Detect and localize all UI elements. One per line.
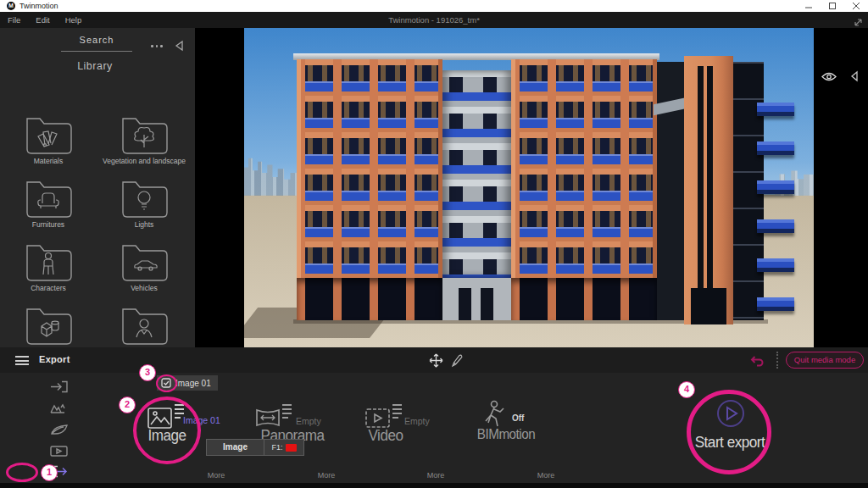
folder-icon: [27, 309, 71, 344]
tower-storefront: [691, 288, 726, 324]
annotation-ring-image: [133, 396, 201, 464]
folder-icon: [123, 119, 167, 153]
folder-vegetation[interactable]: Vegetation and landscape: [97, 111, 191, 165]
folder-materials[interactable]: Materials: [2, 111, 95, 165]
red-color-swatch[interactable]: [286, 444, 297, 452]
tree-icon: [135, 128, 154, 148]
export-video-status: Empty: [404, 416, 430, 426]
folder-lights[interactable]: Lights: [97, 175, 191, 229]
format-label[interactable]: Image: [207, 440, 264, 455]
entry-door: [459, 288, 471, 320]
armchair-icon: [38, 193, 58, 208]
app-title: Twinmotion: [19, 2, 58, 10]
divider-dotted: [776, 352, 778, 369]
materials-fan-icon: [38, 131, 57, 147]
library-title: Library: [0, 60, 190, 72]
folder-icon: [123, 182, 167, 217]
twinmotion-window: M Twinmotion Twinmotion - 191026_tm* Fil…: [0, 0, 868, 488]
person-icon: [43, 253, 53, 275]
folder-vehicles[interactable]: Vehicles: [97, 238, 191, 292]
twinmotion-logo-icon: M: [7, 2, 15, 10]
menu-edit[interactable]: Edit: [28, 12, 57, 28]
quit-media-mode-button[interactable]: Quit media mode: [786, 352, 864, 369]
folder-furnitures[interactable]: Furnitures: [2, 175, 95, 229]
hamburger-menu-icon[interactable]: [15, 356, 29, 368]
library-collapse-icon[interactable]: [174, 40, 184, 55]
export-bimmotion-label[interactable]: BIMmotion: [462, 427, 551, 442]
terrain-icon[interactable]: [49, 402, 75, 420]
move-tool-icon[interactable]: [429, 353, 443, 371]
export-bimmotion-status: Off: [512, 413, 524, 423]
document-title: Twinmotion - 191026_tm*: [0, 15, 868, 25]
search-input[interactable]: Search: [61, 35, 132, 52]
export-panel-title: Export: [39, 354, 70, 364]
folder-icon: [123, 246, 167, 280]
entry-door: [481, 288, 493, 320]
annotation-step-4: 4: [678, 381, 695, 398]
menu-file[interactable]: File: [0, 12, 28, 28]
annotation-step-1: 1: [41, 464, 58, 481]
annotation-ring-start-export: [687, 390, 771, 474]
more-panorama[interactable]: More: [301, 471, 352, 480]
media-icon[interactable]: [49, 444, 75, 463]
export-video-label[interactable]: Video: [342, 427, 431, 445]
viewport-3d-render[interactable]: [244, 28, 814, 347]
import-icon[interactable]: [49, 380, 75, 398]
glass-balcony: [757, 219, 794, 233]
folder-icon: [27, 246, 71, 280]
library-panel: Search Library Materials: [0, 28, 195, 347]
tower-window-strip: [707, 66, 713, 308]
building-tower: [684, 56, 733, 324]
image-format-toolbar: Image F1:: [206, 439, 304, 456]
ellipsis-icon[interactable]: [151, 45, 168, 47]
more-bimmotion[interactable]: More: [520, 471, 571, 480]
close-icon[interactable]: [844, 0, 868, 12]
glass-balcony: [757, 180, 794, 194]
minimize-icon[interactable]: [797, 0, 821, 12]
bulb-icon: [138, 191, 150, 209]
building-left-wing: [297, 59, 442, 278]
hotkey-cell[interactable]: F1:: [264, 440, 303, 455]
glass-balcony: [757, 297, 794, 311]
folder-icon: [27, 182, 71, 217]
right-wing-storefront: [511, 278, 657, 320]
glass-balcony: [757, 103, 794, 116]
badge-label: Image 01: [175, 379, 211, 388]
annotation-step-2: 2: [119, 396, 136, 413]
viewport-controls: [821, 69, 868, 87]
building-center-section: [442, 70, 511, 278]
glass-balcony: [757, 141, 794, 155]
hotkey-label: F1:: [271, 443, 282, 452]
tower-window-strip: [698, 66, 704, 308]
content-area: Search Library Materials: [0, 28, 868, 347]
pen-tool-icon[interactable]: [451, 354, 463, 371]
title-bar: M Twinmotion: [0, 0, 868, 12]
user-icon: [136, 319, 152, 337]
maximize-icon[interactable]: [821, 0, 844, 12]
folder-icon: [123, 309, 167, 344]
center-ground-floor: [442, 278, 511, 320]
more-image[interactable]: More: [191, 471, 242, 480]
glass-balcony: [757, 258, 794, 272]
annotation-ring-checkbox: [156, 374, 177, 392]
left-wing-storefront: [297, 278, 442, 320]
undo-icon[interactable]: [749, 354, 765, 369]
annotation-step-3: 3: [139, 364, 156, 381]
building-right-wing: [511, 59, 657, 278]
menu-bar: Twinmotion - 191026_tm* File Edit Help: [0, 12, 868, 28]
more-video[interactable]: More: [410, 471, 461, 480]
export-panorama-status: Empty: [296, 416, 321, 426]
car-icon: [135, 261, 157, 270]
export-header-bar: Export Quit media mode: [0, 347, 868, 373]
cube-cylinder-icon: [42, 321, 58, 336]
folder-characters[interactable]: Characters: [2, 238, 95, 292]
menu-help[interactable]: Help: [58, 12, 90, 28]
bottom-strip: [0, 483, 868, 488]
leaf-icon[interactable]: [49, 423, 75, 441]
annotation-ring-export-icon: [6, 463, 38, 482]
panel-collapse-icon[interactable]: [849, 70, 859, 86]
eye-icon[interactable]: [821, 70, 837, 86]
